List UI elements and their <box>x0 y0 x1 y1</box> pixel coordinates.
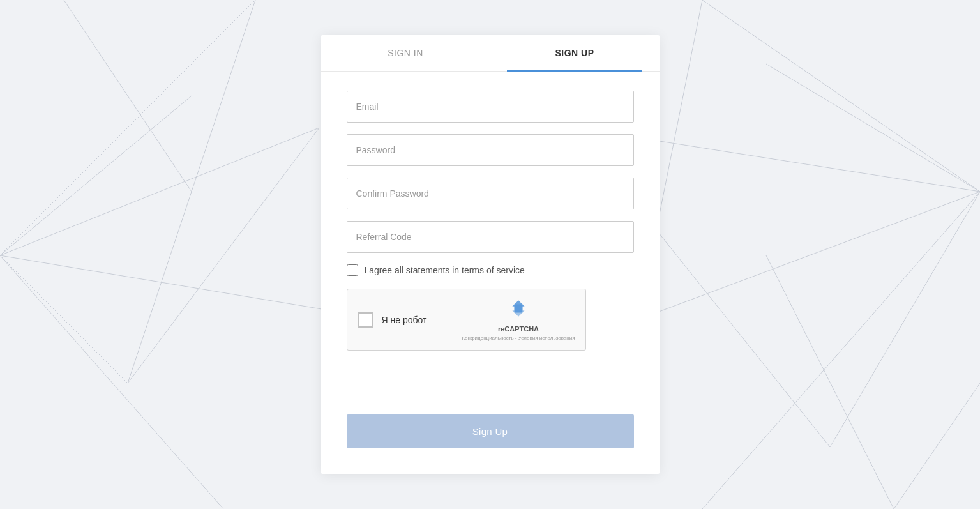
svg-line-2 <box>0 255 223 509</box>
password-field[interactable] <box>347 134 634 166</box>
referral-code-field[interactable] <box>347 221 634 253</box>
form-spacer <box>347 363 634 414</box>
recaptcha-left: Я не робот <box>358 312 427 328</box>
svg-line-13 <box>766 64 980 192</box>
recaptcha-label: Я не робот <box>382 315 427 325</box>
svg-line-5 <box>0 96 192 255</box>
svg-line-10 <box>702 192 980 509</box>
terms-label: I agree all statements in terms of servi… <box>365 265 525 275</box>
auth-card: SIGN IN SIGN UP I agree all statements i… <box>321 35 660 474</box>
signup-form: I agree all statements in terms of servi… <box>321 72 660 474</box>
recaptcha-brand: reCAPTCHA <box>498 325 539 333</box>
terms-checkbox[interactable] <box>347 264 358 276</box>
recaptcha-widget[interactable]: Я не робот reCAPTCHA Конфиденциальность … <box>347 289 586 351</box>
auth-tabs: SIGN IN SIGN UP <box>321 35 660 72</box>
confirm-password-field[interactable] <box>347 178 634 209</box>
recaptcha-logo-icon <box>508 298 529 323</box>
tab-sign-in[interactable]: SIGN IN <box>321 35 490 71</box>
svg-line-16 <box>766 255 894 509</box>
recaptcha-links: Конфиденциальность - Условия использован… <box>462 335 575 341</box>
recaptcha-right: reCAPTCHA Конфиденциальность - Условия и… <box>462 298 575 341</box>
terms-row: I agree all statements in terms of servi… <box>347 264 634 276</box>
svg-line-9 <box>702 0 980 192</box>
svg-line-17 <box>894 383 980 509</box>
svg-line-1 <box>0 0 255 255</box>
svg-line-18 <box>64 0 192 192</box>
signup-button[interactable]: Sign Up <box>347 414 634 448</box>
svg-line-3 <box>0 255 128 383</box>
svg-line-12 <box>830 192 980 447</box>
svg-line-8 <box>638 192 980 319</box>
recaptcha-checkbox[interactable] <box>358 312 373 328</box>
tab-sign-up[interactable]: SIGN UP <box>490 35 660 71</box>
email-field[interactable] <box>347 91 634 123</box>
